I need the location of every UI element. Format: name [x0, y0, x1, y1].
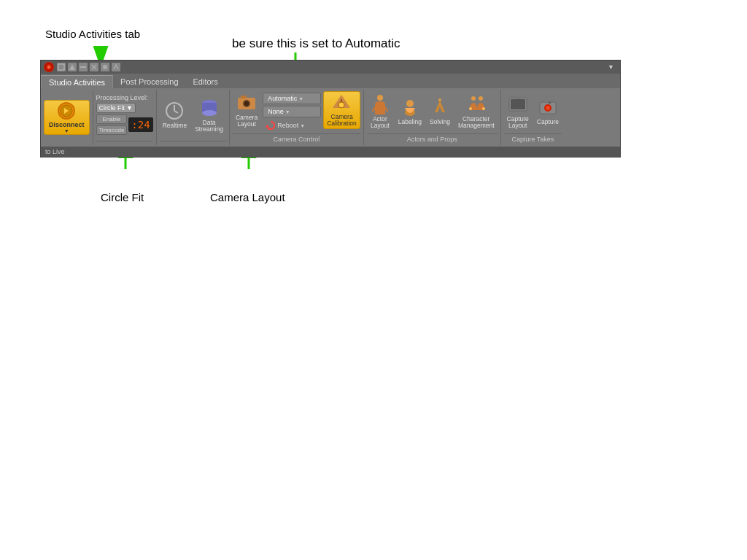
- camera-layout-label: Camera Layout: [236, 114, 258, 128]
- ribbon: Disconnect ▼ Processing Level: Circle Fi…: [41, 88, 620, 147]
- svg-point-26: [338, 102, 344, 108]
- camera-layout-annotation: Camera Layout: [210, 191, 285, 203]
- actor-layout-button[interactable]: Actor Layout: [367, 93, 393, 131]
- solving-button[interactable]: Solving: [427, 96, 453, 127]
- reboot-icon: [266, 120, 276, 131]
- labeling-icon: [400, 97, 420, 117]
- enable-button[interactable]: Enable: [96, 114, 128, 124]
- svg-point-35: [479, 96, 483, 101]
- svg-rect-21: [241, 96, 247, 98]
- svg-marker-24: [266, 125, 269, 128]
- svg-point-37: [482, 107, 485, 110]
- svg-point-43: [546, 106, 550, 110]
- data-streaming-label: Data Streaming: [195, 120, 223, 133]
- svg-point-36: [469, 107, 472, 110]
- circle-fit-value: Circle Fit: [99, 104, 125, 112]
- realtime-content: Realtime Data Streaming: [160, 91, 226, 139]
- capture-layout-icon: [508, 94, 528, 114]
- disconnect-icon: [58, 102, 75, 120]
- status-bar: to Live: [41, 147, 620, 157]
- svg-line-29: [373, 107, 375, 112]
- circle-fit-arrow: ▼: [126, 104, 133, 112]
- circle-fit-row: Circle Fit ▼: [96, 103, 153, 113]
- disconnect-button[interactable]: Disconnect ▼: [44, 100, 90, 135]
- capture-layout-button[interactable]: Capture Layout: [504, 93, 532, 131]
- none-value: None: [268, 108, 284, 115]
- svg-rect-9: [80, 66, 86, 68]
- camera-control-group-label: Camera Control: [233, 133, 360, 144]
- svg-point-34: [471, 96, 476, 101]
- capture-takes-group-label: Capture Takes: [504, 133, 562, 144]
- reboot-arrow: ▼: [300, 123, 305, 128]
- svg-point-31: [406, 100, 414, 107]
- to-live-label: to Live: [45, 148, 65, 155]
- labeling-button[interactable]: Labeling: [395, 96, 425, 127]
- svg-rect-40: [515, 96, 521, 99]
- capture-takes-group: Capture Layout Capture: [501, 90, 565, 145]
- timecode-display: :24: [128, 117, 152, 132]
- to-live-item: to Live: [45, 148, 65, 155]
- realtime-button[interactable]: Realtime: [160, 99, 190, 131]
- svg-line-16: [174, 111, 178, 113]
- svg-rect-45: [549, 102, 551, 104]
- processing-content: Processing Level: Circle Fit ▼ Enable Ti…: [96, 91, 153, 139]
- camera-layout-button[interactable]: Camera Layout: [233, 91, 260, 130]
- processing-controls: Processing Level: Circle Fit ▼ Enable Ti…: [96, 94, 153, 136]
- capture-takes-content: Capture Layout Capture: [504, 91, 562, 132]
- tab-studio-activities[interactable]: Studio Activities: [41, 75, 113, 88]
- tab-post-processing[interactable]: Post Processing: [113, 75, 185, 88]
- tb-btn1[interactable]: [57, 63, 66, 71]
- labeling-label: Labeling: [398, 119, 422, 125]
- tb-btn2[interactable]: [68, 63, 77, 71]
- actor-layout-icon: [370, 94, 390, 114]
- processing-level-row: Processing Level:: [96, 94, 153, 101]
- capture-label: Capture: [537, 119, 559, 125]
- tb-btn3[interactable]: [79, 63, 88, 71]
- circle-fit-annotation: Circle Fit: [101, 191, 144, 203]
- circle-fit-dropdown[interactable]: Circle Fit ▼: [96, 103, 136, 113]
- camera-calibration-button[interactable]: Camera Calibration: [323, 91, 360, 129]
- svg-rect-44: [544, 101, 547, 103]
- processing-level-label: Processing Level:: [96, 94, 148, 101]
- tab-editors[interactable]: Editors: [186, 75, 225, 88]
- camera-control-group: Camera Layout Automatic ▼ None ▼: [230, 90, 364, 145]
- disconnect-group-content: Disconnect ▼: [44, 91, 90, 144]
- disconnect-label: Disconnect: [49, 121, 85, 128]
- solving-label: Solving: [430, 119, 450, 125]
- camera-calibration-label: Camera Calibration: [327, 114, 357, 128]
- none-arrow: ▼: [285, 109, 290, 114]
- automatic-dropdown[interactable]: Automatic ▼: [263, 93, 321, 104]
- data-streaming-button[interactable]: Data Streaming: [192, 96, 226, 135]
- character-management-button[interactable]: Character Management: [455, 93, 498, 131]
- disconnect-group: Disconnect ▼: [41, 90, 93, 145]
- svg-point-6: [47, 66, 50, 69]
- app-icon: [44, 62, 54, 72]
- processing-group: Processing Level: Circle Fit ▼ Enable Ti…: [93, 90, 157, 145]
- svg-point-12: [103, 65, 107, 69]
- svg-point-23: [244, 101, 249, 106]
- tb-btn6[interactable]: [112, 63, 120, 71]
- realtime-icon: [164, 101, 185, 121]
- actor-layout-label: Actor Layout: [371, 116, 390, 130]
- tab-bar: Studio Activities Post Processing Editor…: [41, 74, 620, 88]
- timecode-row: Enable Timecode :24: [96, 114, 153, 135]
- svg-rect-7: [58, 64, 64, 70]
- enable-timecode-col: Enable Timecode: [96, 114, 128, 135]
- svg-point-28: [377, 95, 383, 101]
- none-dropdown[interactable]: None ▼: [263, 106, 321, 117]
- automatic-annotation: be sure this is set to Automatic: [232, 36, 400, 51]
- realtime-group-label: [160, 141, 226, 144]
- svg-marker-8: [69, 64, 75, 70]
- timecode-button[interactable]: Timecode: [96, 125, 128, 135]
- data-streaming-icon: [199, 98, 220, 118]
- actors-props-group: Actor Layout Labeling: [364, 90, 501, 145]
- capture-button[interactable]: Capture: [534, 96, 562, 127]
- studio-activities-annotation: Studio Activities tab: [45, 28, 140, 40]
- reboot-button[interactable]: Reboot ▼: [263, 119, 321, 132]
- tb-btn5[interactable]: [101, 63, 109, 71]
- tb-btn4[interactable]: [90, 63, 98, 71]
- character-management-label: Character Management: [458, 116, 495, 130]
- actors-props-group-label: Actors and Props: [367, 133, 498, 144]
- character-management-icon: [466, 94, 487, 114]
- capture-layout-label: Capture Layout: [507, 116, 529, 130]
